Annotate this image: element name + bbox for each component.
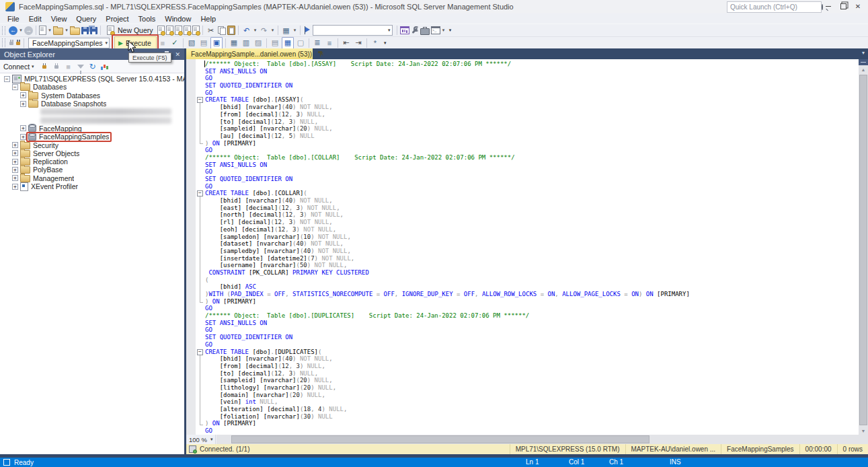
estimated-plan-icon[interactable]: ▧ [186, 38, 197, 48]
actual-plan-icon[interactable]: ▦ [229, 38, 239, 48]
fold-collapse-icon[interactable]: − [197, 97, 203, 103]
oe-connect-server-icon[interactable] [39, 61, 50, 72]
sqlcmd-query-icon[interactable] [192, 26, 200, 35]
dropdown-caret-icon[interactable]: ▾ [18, 25, 24, 36]
tree-expander-icon[interactable]: + [20, 92, 26, 98]
uncomment-icon[interactable]: ≡ [324, 38, 335, 48]
vertical-scroll-thumb[interactable] [859, 75, 867, 425]
cut-icon[interactable]: ✂ [206, 25, 216, 36]
tree-item-xevent-profiler[interactable]: +XEvent Profiler [0, 182, 184, 190]
results-to-grid-icon[interactable]: ▦ [282, 37, 294, 49]
cancel-query-icon[interactable]: ■ [157, 38, 168, 48]
horizontal-scrollbar[interactable] [216, 435, 868, 444]
tree-expander-icon[interactable]: + [12, 184, 18, 190]
tree-expander-icon[interactable]: + [12, 142, 18, 148]
close-panel-icon[interactable]: ✕ [175, 51, 180, 58]
save-all-icon[interactable] [90, 27, 97, 34]
toolbox-icon[interactable] [420, 28, 430, 35]
oe-disconnect-icon[interactable] [51, 61, 62, 72]
tree-expander-icon[interactable]: + [20, 125, 26, 131]
tree-item-database-snapshots[interactable]: +Database Snapshots [0, 100, 184, 108]
tree-expander-icon[interactable]: + [12, 167, 18, 173]
save-icon[interactable] [81, 27, 89, 34]
code-editor[interactable]: /****** Object: Table [dbo].[ASSAY] Scri… [186, 59, 868, 435]
tree-expander-icon[interactable]: − [4, 76, 10, 82]
dropdown-caret-icon[interactable]: ▾ [47, 25, 52, 36]
document-tab[interactable]: FaceMappingSample...daniel.owen (53)) ✕ [186, 48, 313, 59]
dropdown-caret-icon[interactable]: ▾ [64, 25, 69, 36]
analysis-services-xmla-query-icon[interactable] [184, 26, 191, 35]
dropdown-caret-icon[interactable]: ▾ [270, 25, 276, 36]
connect-icon[interactable] [9, 39, 14, 47]
tree-expander-icon[interactable]: + [20, 134, 26, 140]
tree-item[interactable] [0, 116, 184, 124]
active-files-dropdown-icon[interactable]: ▾ [862, 50, 865, 56]
menu-view[interactable]: View [46, 15, 72, 23]
oe-filter-icon[interactable] [75, 61, 86, 72]
oe-stop-icon[interactable]: ■ [63, 61, 74, 72]
tree-item-facemappingsamples[interactable]: +FaceMappingSamples [0, 133, 184, 141]
tree-expander-icon[interactable]: + [12, 150, 18, 156]
activity-monitor-icon[interactable] [400, 26, 409, 34]
find-combo[interactable]: ▾ [313, 25, 393, 36]
scroll-up-icon[interactable]: ▲ [859, 65, 868, 73]
quick-launch[interactable] [727, 1, 822, 13]
menu-edit[interactable]: Edit [24, 15, 46, 23]
open-project-icon[interactable] [53, 28, 63, 35]
connect-button[interactable]: Connect ▾ [3, 63, 34, 71]
oe-refresh-icon[interactable]: ↻ [87, 61, 98, 72]
tree-item[interactable] [0, 108, 184, 116]
menu-query[interactable]: Query [71, 15, 101, 23]
new-query-button[interactable]: New Query [103, 25, 157, 36]
tree-item-management[interactable]: +Management [0, 174, 184, 182]
template-parameters-icon[interactable]: * [370, 38, 381, 48]
analysis-services-dmx-query-icon[interactable] [175, 26, 182, 35]
horizontal-scroll-thumb[interactable] [231, 435, 649, 443]
undo-icon[interactable]: ↶ [241, 25, 252, 36]
command-window-icon[interactable] [431, 26, 440, 34]
splitter-handle[interactable] [859, 59, 868, 65]
menu-tools[interactable]: Tools [134, 15, 161, 23]
zoom-control[interactable]: 100 % ▾ [186, 435, 216, 444]
restore-button[interactable] [836, 0, 851, 13]
minimize-button[interactable] [821, 0, 836, 13]
comment-icon[interactable]: ≣ [312, 38, 323, 48]
close-button[interactable]: ✕ [851, 0, 865, 13]
dropdown-caret-icon[interactable]: ▾ [441, 25, 446, 36]
tree-expander-icon[interactable]: − [12, 84, 18, 90]
query-options-icon[interactable]: ▤ [198, 38, 209, 48]
dropdown-caret-icon[interactable]: ▾ [292, 25, 298, 36]
navigate-forward-icon[interactable]: → [24, 26, 33, 35]
parse-icon[interactable]: ✓ [169, 38, 180, 48]
change-connection-icon[interactable] [15, 39, 21, 47]
fold-collapse-icon[interactable]: − [197, 190, 203, 196]
execute-button[interactable]: ▶Execute [114, 36, 157, 49]
analysis-services-mdx-query-icon[interactable] [166, 26, 173, 35]
copy-icon[interactable] [218, 26, 226, 34]
menu-window[interactable]: Window [160, 15, 196, 23]
bookmark-flag-icon[interactable] [303, 26, 310, 34]
oe-activity-monitor-icon[interactable] [100, 61, 110, 72]
results-to-text-icon[interactable]: ▤ [270, 38, 280, 48]
tree-item-server-objects[interactable]: +Server Objects [0, 149, 184, 157]
increase-indent-icon[interactable]: ⇥ [353, 38, 364, 48]
decrease-indent-icon[interactable]: ⇤ [341, 38, 352, 48]
fold-collapse-icon[interactable]: − [197, 349, 203, 355]
menu-project[interactable]: Project [101, 15, 133, 23]
tree-expander-icon[interactable]: + [12, 159, 18, 165]
database-engine-query-icon[interactable] [157, 26, 165, 35]
selection-pane-icon[interactable]: ▦ [281, 25, 292, 36]
tree-expander-icon[interactable]: + [20, 101, 26, 107]
tree-item-databases[interactable]: −Databases [0, 83, 184, 91]
available-databases-combo[interactable]: FaceMappingSamples▾ [28, 38, 110, 48]
menu-help[interactable]: Help [196, 15, 221, 23]
toolbar-overflow-icon[interactable]: ▾ [383, 38, 388, 48]
redo-icon[interactable]: ↷ [259, 25, 270, 36]
tree-item-security[interactable]: +Security [0, 141, 184, 149]
tree-item-system-databases[interactable]: +System Databases [0, 92, 184, 100]
scroll-down-icon[interactable]: ▼ [859, 427, 868, 435]
menu-file[interactable]: File [3, 15, 24, 23]
live-stats-icon[interactable]: ▥ [241, 38, 251, 48]
tree-expander-icon[interactable]: + [12, 175, 18, 181]
toolbar-overflow-icon[interactable]: ▾ [448, 25, 453, 36]
